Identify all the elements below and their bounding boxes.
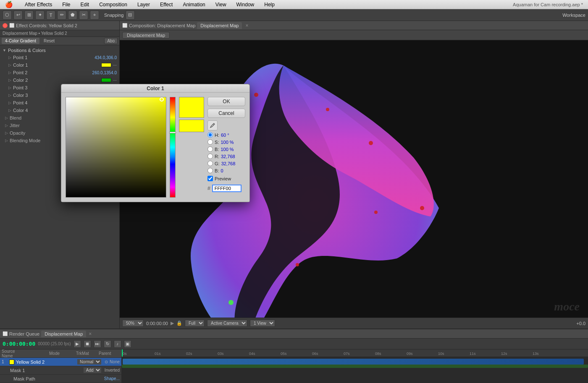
point4-arrow: ▷: [8, 101, 11, 105]
cp-b-row: B: 100 %: [207, 146, 245, 152]
toolbar-btn-4[interactable]: ✦: [35, 10, 45, 20]
cp-cancel-button[interactable]: Cancel: [207, 109, 245, 118]
menu-window[interactable]: Window: [235, 1, 256, 8]
point1-value[interactable]: 434.0,306.0: [94, 55, 117, 60]
comp-tab[interactable]: Displacement Map: [197, 22, 242, 29]
zoom-select[interactable]: 50%: [122, 320, 144, 327]
displacement-map-btn[interactable]: Displacement Map: [122, 32, 170, 39]
cp-r-value[interactable]: 32,768: [221, 154, 235, 159]
menu-file[interactable]: File: [60, 1, 72, 8]
section-positions-colors[interactable]: ▼ Positions & Colors: [0, 47, 119, 54]
tl-bar-layer1[interactable]: [123, 359, 584, 365]
cp-h-value[interactable]: 60 °: [221, 133, 229, 138]
panel-close-btn[interactable]: [3, 23, 8, 28]
layer-parent-icon: ⊙: [105, 360, 108, 364]
toolbar-btn-3[interactable]: ⊞: [24, 10, 34, 20]
menu-aftereffects[interactable]: After Effects: [23, 1, 54, 8]
tab-abo[interactable]: Abo: [104, 38, 118, 44]
toolbar-btn-7[interactable]: ⬟: [68, 10, 77, 20]
apple-menu[interactable]: 🍎: [3, 0, 15, 9]
window-title: Aquaman for Cam recording.aep *: [511, 1, 585, 8]
cp-r-radio[interactable]: [207, 154, 213, 159]
layer-row-1[interactable]: 1 Yellow Solid 2 Normal ⊙ None: [0, 358, 121, 366]
menu-view[interactable]: View: [214, 1, 228, 8]
tl-stop-btn[interactable]: ⏹: [84, 340, 91, 348]
view-select[interactable]: 1 View: [250, 320, 275, 327]
tl-play-btn[interactable]: ▶: [74, 340, 81, 348]
cp-hue-cursor: [169, 132, 176, 133]
ruler-07s: 07s: [344, 352, 350, 356]
opacity-arrow: ▷: [5, 131, 8, 135]
cp-s-row: S: 100 %: [207, 139, 245, 145]
cp-preview-row: Preview: [207, 176, 245, 181]
comp-tab-close[interactable]: ×: [245, 23, 248, 29]
svg-line-0: [213, 124, 214, 125]
cp-b-radio[interactable]: [207, 146, 213, 152]
menu-layer[interactable]: Layer: [136, 1, 152, 8]
cp-r-row: R: 32,768: [207, 154, 245, 159]
menu-help[interactable]: Help: [262, 1, 276, 8]
menu-composition[interactable]: Composition: [97, 1, 129, 8]
point2-value[interactable]: 260.0,1354.0: [92, 70, 117, 75]
tl-tab-close[interactable]: ×: [89, 331, 92, 337]
color1-dash: —: [113, 63, 117, 67]
cp-old-color-swatch[interactable]: [179, 120, 204, 132]
toolbar-btn-6[interactable]: ✏: [57, 10, 66, 20]
timeline-comp-tab[interactable]: Displacement Map: [41, 331, 86, 337]
cp-g-radio[interactable]: [207, 161, 213, 166]
cp-hue-strip[interactable]: [170, 97, 176, 198]
cp-b2-radio[interactable]: [207, 168, 213, 173]
camera-select[interactable]: Active Camera: [207, 320, 247, 327]
cp-s-value[interactable]: 100 %: [220, 140, 234, 145]
toolbar-btn-8[interactable]: ✂: [79, 10, 88, 20]
sub-layer-mask1: Mask 1 Add Inverted: [0, 366, 121, 375]
cp-preview-area: [179, 97, 204, 198]
cp-new-color-swatch[interactable]: [179, 97, 204, 118]
mask-path-value[interactable]: Shape...: [104, 376, 120, 381]
cp-s-radio[interactable]: [207, 139, 213, 145]
cp-b-value[interactable]: 100 %: [220, 147, 234, 152]
layer-mode-1[interactable]: Normal: [77, 359, 101, 365]
toolbar-btn-5[interactable]: T: [46, 10, 55, 20]
ruler-11s: 11s: [470, 352, 476, 356]
ruler-06s: 06s: [312, 352, 318, 356]
cp-b2-value[interactable]: 0: [220, 168, 223, 173]
tl-audio-btn[interactable]: ♪: [114, 340, 121, 348]
tab-gradient[interactable]: 4-Color Gradient: [2, 38, 39, 44]
ruler-10s: 10s: [438, 352, 444, 356]
tab-reset[interactable]: Reset: [40, 38, 58, 44]
marker-dot-4: [374, 211, 378, 214]
cp-preview-label: Preview: [215, 176, 231, 181]
cp-h-radio[interactable]: [207, 132, 213, 138]
jitter-arrow: ▷: [5, 123, 8, 128]
cp-hex-input[interactable]: [212, 185, 242, 192]
layer-list: Source Name Mode TrkMat Parent 1 Yellow …: [0, 349, 122, 383]
col-parent: Parent: [99, 351, 120, 356]
effect-tabs: 4-Color Gradient Reset Abo: [0, 37, 119, 45]
toolbar-btn-9[interactable]: ⌖: [90, 10, 99, 20]
toolbar-btn-2[interactable]: ↩: [13, 10, 23, 20]
mask-path-label: Mask Path: [13, 376, 102, 381]
menu-animation[interactable]: Animation: [181, 1, 207, 8]
cp-ok-button[interactable]: OK: [207, 97, 245, 106]
color2-arrow: ▷: [8, 78, 11, 82]
quality-select[interactable]: Full: [185, 320, 205, 327]
cp-gradient-area[interactable]: [66, 97, 166, 198]
ruler-02s: 02s: [186, 352, 192, 356]
color1-swatch[interactable]: [101, 63, 111, 67]
cp-eyedropper[interactable]: [207, 120, 218, 130]
blend-arrow: ▷: [5, 116, 8, 120]
snapping-toggle[interactable]: ⊟: [126, 10, 135, 20]
layer-color-box-1: [9, 360, 14, 365]
toolbar-btn-1[interactable]: ⬡: [3, 10, 12, 20]
color2-swatch[interactable]: [101, 78, 111, 82]
mask1-mode[interactable]: Add: [84, 367, 101, 373]
tl-loop-btn[interactable]: ↻: [104, 340, 111, 348]
menu-effect[interactable]: Effect: [158, 1, 174, 8]
menu-edit[interactable]: Edit: [79, 1, 91, 8]
cp-b2-label: B:: [215, 168, 219, 173]
tl-video-btn[interactable]: ▣: [124, 340, 131, 348]
tl-step-btn[interactable]: ⏭: [94, 340, 101, 348]
cp-g-value[interactable]: 32,768: [221, 161, 236, 166]
cp-preview-checkbox[interactable]: [207, 176, 213, 181]
